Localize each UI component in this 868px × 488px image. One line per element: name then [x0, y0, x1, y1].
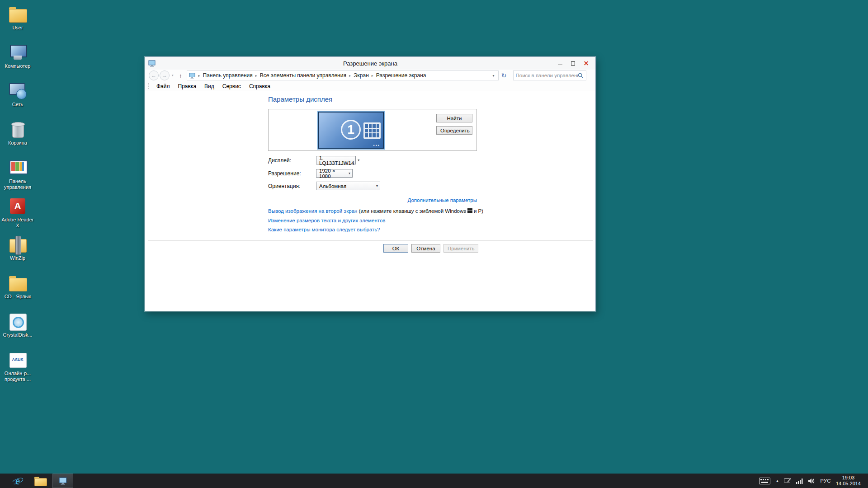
field-dropdown[interactable]: Альбомная ▾	[316, 182, 380, 190]
desktop-icon-image	[7, 273, 28, 292]
taskbar-file-explorer-button[interactable]	[30, 474, 51, 488]
advanced-settings-link-row: Дополнительные параметры	[268, 197, 477, 203]
search-icon[interactable]	[578, 73, 584, 79]
field-dropdown-value: Альбомная	[319, 183, 346, 189]
ok-button[interactable]: ОК	[383, 244, 408, 253]
apply-button: Применить	[443, 244, 478, 253]
monitor-thumbnail[interactable]: 1 •••	[318, 112, 384, 149]
breadcrumb-chevron-icon: ▸	[347, 74, 353, 78]
clock-time: 19:03	[836, 475, 861, 481]
menu-item[interactable]: Правка	[174, 82, 201, 90]
desktop-icon-label: Панель управления	[1, 178, 34, 190]
advanced-settings-link[interactable]: Дополнительные параметры	[408, 197, 477, 203]
desktop-icon[interactable]: Онлайн-р... продукта ...	[0, 348, 35, 387]
desktop-icon[interactable]: Компьютер	[0, 41, 35, 80]
desktop-icon[interactable]: Adobe Reader X	[0, 195, 35, 233]
page-title: Параметры дисплея	[268, 95, 332, 103]
folder-icon	[34, 477, 46, 485]
back-button[interactable]: ←	[149, 70, 159, 80]
desktop-icon[interactable]: Корзина	[0, 118, 35, 156]
field-dropdown-value: 868 × 488	[319, 168, 345, 179]
field-row: Дисплей: 1. LQ133T1JW14 ▾	[268, 156, 356, 164]
desktop-icon-label: Компьютер	[5, 63, 31, 69]
back-icon: ←	[151, 72, 156, 79]
help-row: Какие параметры монитора следует выбрать…	[268, 227, 380, 232]
menu-item[interactable]: Вид	[200, 82, 218, 90]
monitor-dots-icon: •••	[373, 143, 380, 148]
breadcrumb-item[interactable]: Экран	[353, 72, 369, 79]
menu-bar: Файл Правка Вид Сервис Справка	[145, 81, 595, 91]
field-dropdown[interactable]: 1. LQ133T1JW14 ▾	[316, 156, 356, 164]
field-label: Дисплей:	[268, 157, 316, 164]
address-dropdown-icon[interactable]: ▾	[491, 74, 496, 78]
breadcrumb-item[interactable]: Все элементы панели управления	[259, 72, 347, 79]
minimize-icon	[558, 65, 562, 65]
desktop-icon[interactable]: User	[0, 3, 35, 41]
search-input[interactable]	[516, 73, 578, 78]
close-button[interactable]: ✕	[580, 58, 593, 68]
forward-button[interactable]: →	[160, 70, 170, 80]
touch-keyboard-icon[interactable]	[759, 478, 770, 484]
desktop-icon[interactable]: WinZip	[0, 233, 35, 272]
breadcrumb-segments: ▸ Панель управления ▸ Все элементы панел…	[196, 72, 427, 79]
network-icon[interactable]	[796, 478, 803, 484]
language-indicator[interactable]: РУС	[820, 478, 831, 483]
desktop-icon[interactable]: CrystalDisk...	[0, 310, 35, 348]
desktop-icon[interactable]: CD - Ярлык	[0, 272, 35, 310]
taskbar-internet-explorer-button[interactable]: e	[7, 474, 28, 488]
field-label: Разрешение:	[268, 170, 316, 177]
desktop-icon-image	[7, 5, 28, 23]
up-button[interactable]: ↑	[176, 70, 186, 80]
internet-explorer-icon: e	[12, 475, 23, 486]
display-settings-icon	[59, 477, 67, 485]
desktop-icon-label: Adobe Reader X	[1, 217, 34, 228]
breadcrumb-chevron-icon: ▸	[253, 74, 259, 78]
second-screen-hint: (или нажмите клавишу с эмблемой Windowsи…	[359, 208, 484, 214]
menu-item[interactable]: Файл	[152, 82, 174, 90]
window-display-icon	[148, 60, 156, 67]
recent-pages-dropdown[interactable]: ▾	[170, 74, 175, 77]
desktop-icon-label: Онлайн-р... продукта ...	[1, 371, 34, 382]
text-size-row: Изменение размеров текста и других элеме…	[268, 218, 385, 223]
second-screen-link[interactable]: Вывод изображения на второй экран	[268, 208, 357, 214]
chevron-down-icon: ▾	[354, 158, 359, 162]
desktop-icon-label: Сеть	[12, 102, 23, 108]
menu-item[interactable]: Справка	[245, 82, 274, 90]
identify-button[interactable]: Определить	[436, 126, 472, 135]
menu-item[interactable]: Сервис	[218, 82, 245, 90]
field-dropdown-value: 1. LQ133T1JW14	[319, 155, 354, 166]
detect-button[interactable]: Найти	[436, 114, 472, 122]
desktop-icon-image	[7, 120, 28, 139]
refresh-button[interactable]: ↻	[500, 70, 509, 80]
volume-icon[interactable]	[808, 478, 815, 484]
cancel-button[interactable]: Отмена	[411, 244, 440, 253]
field-dropdown[interactable]: 868 × 488 ▾	[316, 169, 353, 178]
window-title: Разрешение экрана	[145, 60, 595, 67]
desktop-icon-label: User	[12, 25, 23, 31]
monitor-preview-panel: 1 ••• Найти Определить	[268, 109, 477, 151]
desktop-icon[interactable]: Панель управления	[0, 156, 35, 195]
desktop-icon-list: User Компьютер Сеть Корзина Панель управ…	[0, 3, 35, 387]
monitor-number: 1	[341, 120, 361, 140]
window-controls: ✕	[553, 57, 595, 70]
tablet-pen-icon[interactable]	[784, 478, 791, 484]
breadcrumb-item[interactable]: Панель управления	[203, 72, 253, 79]
system-tray: ▲ РУС 19:03 14.05.2014	[759, 474, 868, 488]
address-bar: ← → ▾ ↑ ▸ Панель управления ▸ Все элемен…	[145, 70, 595, 81]
breadcrumb-chevron-icon: ▸	[196, 74, 203, 78]
close-icon: ✕	[584, 60, 589, 66]
breadcrumb-item[interactable]: Разрешение экрана	[376, 72, 427, 79]
monitor-help-link[interactable]: Какие параметры монитора следует выбрать…	[268, 227, 380, 232]
maximize-button[interactable]	[566, 58, 580, 68]
text-size-link[interactable]: Изменение размеров текста и других элеме…	[268, 218, 385, 223]
desktop-icon[interactable]: Сеть	[0, 80, 35, 118]
titlebar[interactable]: Разрешение экрана ✕	[145, 57, 595, 70]
clock[interactable]: 19:03 14.05.2014	[836, 475, 863, 487]
field-row: Разрешение: 868 × 488 ▾	[268, 169, 353, 178]
minimize-button[interactable]	[553, 58, 566, 68]
show-hidden-icons-button[interactable]: ▲	[775, 479, 779, 483]
screen-resolution-window: Разрешение экрана ✕ ← → ▾ ↑ ▸ Панель упр…	[145, 56, 596, 311]
breadcrumb-chevron-icon: ▸	[369, 74, 376, 78]
breadcrumb[interactable]: ▸ Панель управления ▸ Все элементы панел…	[187, 70, 499, 80]
taskbar-screen-resolution-button[interactable]	[52, 474, 73, 488]
